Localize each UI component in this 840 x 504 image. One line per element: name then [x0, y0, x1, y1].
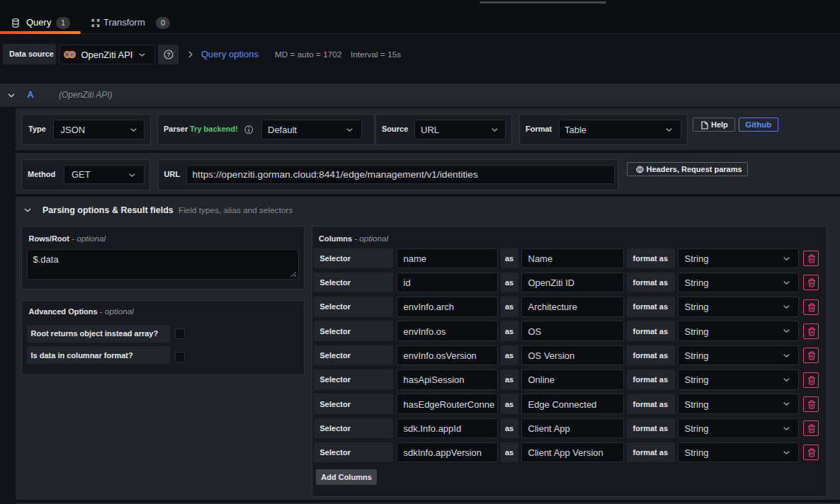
svg-text:?: ? — [166, 51, 170, 58]
